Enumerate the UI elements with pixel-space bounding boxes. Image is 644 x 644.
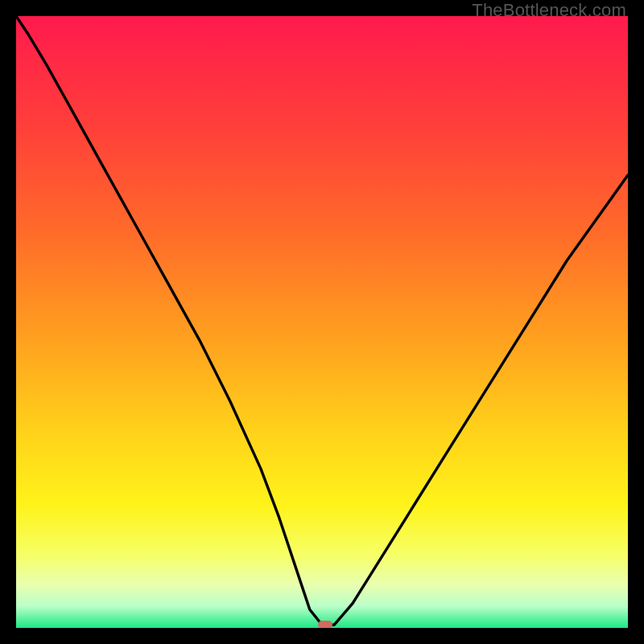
optimal-marker — [318, 621, 332, 628]
chart-stage: TheBottleneck.com — [0, 0, 644, 644]
bottleneck-curve — [16, 16, 628, 625]
plot-area — [16, 16, 628, 628]
curve-layer — [16, 16, 628, 628]
